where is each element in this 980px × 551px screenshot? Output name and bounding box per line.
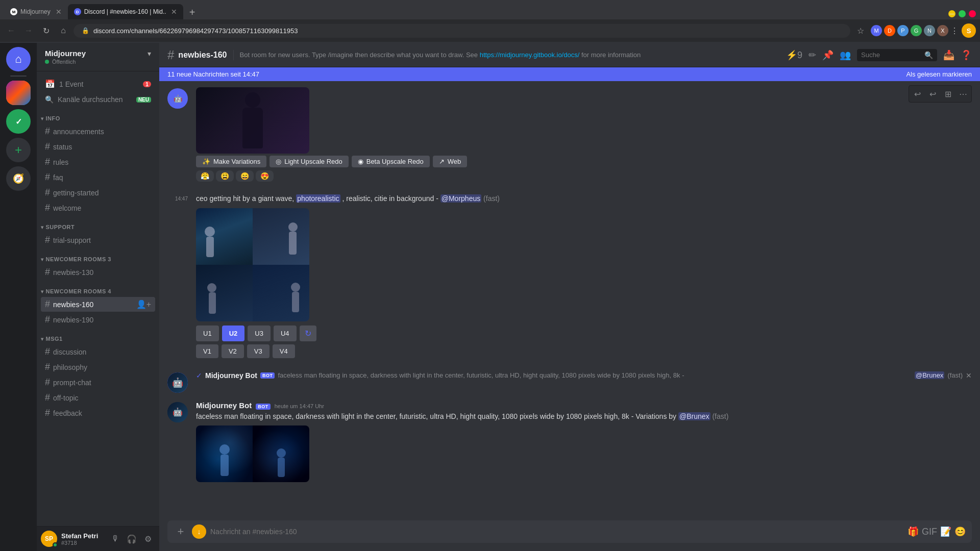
reaction-3[interactable]: 😄 bbox=[236, 170, 254, 182]
u4-button[interactable]: U4 bbox=[274, 325, 297, 341]
reply-action-btn[interactable]: ↩ bbox=[925, 87, 940, 101]
bot-header-line: ✓ Midjourney Bot BOT faceless man floati… bbox=[196, 371, 972, 380]
emoji-icon[interactable]: 😊 bbox=[954, 526, 966, 537]
bookmark-button[interactable]: ☆ bbox=[853, 23, 868, 38]
gift-icon[interactable]: 🎁 bbox=[908, 526, 919, 537]
light-upscale-button[interactable]: ◎ Light Upscale Redo bbox=[270, 156, 348, 167]
topbar-link[interactable]: https://midjourney.gitbook.io/docs/ bbox=[480, 51, 580, 59]
web-button[interactable]: ↗ Web bbox=[433, 156, 468, 167]
scroll-indicator[interactable]: ↓ bbox=[192, 524, 206, 539]
sticker-icon[interactable]: 📝 bbox=[940, 526, 951, 537]
bot-name[interactable]: Midjourney Bot bbox=[196, 401, 252, 410]
category-support[interactable]: ▾ SUPPORT bbox=[37, 216, 159, 232]
search-box[interactable]: 🔍 bbox=[857, 49, 937, 61]
close-tab-2[interactable]: ✕ bbox=[171, 8, 177, 16]
channel-announcements[interactable]: # announcements bbox=[41, 124, 155, 139]
mark-read-button[interactable]: Als gelesen markieren bbox=[906, 70, 972, 78]
help-icon[interactable]: ❓ bbox=[961, 49, 972, 61]
tab-discord[interactable]: D Discord | #newbies-160 | Mid... ✕ bbox=[68, 4, 183, 19]
more-action-btn[interactable]: ⋯ bbox=[956, 87, 970, 101]
forward-button[interactable]: → bbox=[21, 23, 36, 38]
edit-icon[interactable]: ✏ bbox=[808, 49, 816, 61]
events-item[interactable]: 📅 1 Event 1 bbox=[41, 76, 155, 92]
home-button-discord[interactable]: ⌂ bbox=[6, 47, 31, 71]
new-messages-banner[interactable]: 11 neue Nachrichten seit 14:47 Als geles… bbox=[159, 67, 980, 81]
category-chat[interactable]: ▾ msg1 bbox=[37, 328, 159, 344]
mention-brunex-header[interactable]: @Brunex bbox=[915, 371, 944, 379]
new-tab-button[interactable]: + bbox=[185, 5, 200, 19]
minimize-button[interactable]: ─ bbox=[948, 10, 955, 17]
gif-icon[interactable]: GIF bbox=[922, 527, 937, 537]
u1-button[interactable]: U1 bbox=[196, 325, 219, 341]
reload-button[interactable]: ↻ bbox=[39, 23, 53, 38]
u2-button[interactable]: U2 bbox=[222, 325, 245, 341]
category-newcomer3[interactable]: ▾ NEWCOMER ROOMS 3 bbox=[37, 248, 159, 264]
u3-button[interactable]: U3 bbox=[248, 325, 271, 341]
back-button[interactable]: ← bbox=[4, 23, 18, 38]
channels-search[interactable]: 🔍 Kanäle durchsuchen NEU bbox=[41, 92, 155, 107]
mention-brunex-body[interactable]: @Brunex bbox=[678, 412, 710, 420]
server-icon-mj[interactable] bbox=[6, 81, 31, 105]
refresh-button[interactable]: ↻ bbox=[300, 325, 316, 341]
beta-upscale-button[interactable]: ◉ Beta Upscale Redo bbox=[352, 156, 430, 167]
channel-newbies-130[interactable]: # newbies-130 bbox=[41, 265, 155, 280]
extensions-btn[interactable]: ⋮ bbox=[950, 26, 959, 36]
react-action-btn[interactable]: ↩ bbox=[910, 87, 924, 101]
v1-button[interactable]: V1 bbox=[196, 344, 218, 358]
mute-button[interactable]: 🎙 bbox=[108, 532, 122, 546]
maximize-button[interactable] bbox=[959, 10, 966, 17]
v4-button[interactable]: V4 bbox=[273, 344, 295, 358]
channel-faq[interactable]: # faq bbox=[41, 170, 155, 185]
user-avatar[interactable]: SP bbox=[41, 531, 57, 547]
explore-servers-button[interactable]: 🧭 bbox=[6, 166, 31, 191]
profile-avatar[interactable]: S bbox=[962, 23, 976, 38]
reaction-2[interactable]: 😩 bbox=[216, 170, 234, 182]
search-input[interactable] bbox=[861, 51, 922, 59]
delete-icon[interactable]: ✕ bbox=[966, 371, 972, 380]
channel-feedback[interactable]: # feedback bbox=[41, 406, 155, 420]
close-tab-1[interactable]: ✕ bbox=[56, 8, 62, 16]
channel-philosophy[interactable]: # philosophy bbox=[41, 360, 155, 374]
channel-newbies-160[interactable]: # newbies-160 👤+ bbox=[41, 297, 155, 312]
inbox-icon[interactable]: 📥 bbox=[943, 49, 954, 61]
mention-morpheus[interactable]: @Morpheus bbox=[440, 194, 481, 203]
channel-getting-started[interactable]: # getting-started bbox=[41, 185, 155, 200]
server-header[interactable]: Midjourney ▾ Öffentlich bbox=[37, 43, 159, 71]
add-server-button[interactable]: + bbox=[6, 138, 31, 162]
category-newcomer4[interactable]: ▾ NEWCOMER ROOMS 4 bbox=[37, 280, 159, 296]
category-info[interactable]: ▾ INFO bbox=[37, 107, 159, 123]
channel-off-topic[interactable]: # off-topic bbox=[41, 390, 155, 405]
apps-action-btn[interactable]: ⊞ bbox=[941, 87, 955, 101]
tab-midjourney[interactable]: M Midjourney ✕ bbox=[4, 4, 68, 19]
hash-icon: # bbox=[45, 235, 50, 245]
make-variations-button[interactable]: ✨ Make Variations bbox=[196, 156, 266, 167]
wave-image-grid[interactable] bbox=[196, 208, 309, 321]
members-icon[interactable]: 👥 bbox=[840, 49, 851, 61]
server-icon-green[interactable]: ✓ bbox=[6, 109, 31, 134]
home-button[interactable]: ⌂ bbox=[56, 23, 70, 38]
new-messages-text: 11 neue Nachrichten seit 14:47 bbox=[167, 70, 259, 78]
close-button[interactable] bbox=[969, 10, 976, 17]
space-image-grid[interactable] bbox=[196, 425, 309, 482]
boost-icon[interactable]: ⚡9 bbox=[786, 49, 802, 61]
add-user-icon[interactable]: 👤+ bbox=[136, 299, 151, 309]
channel-rules[interactable]: # rules bbox=[41, 155, 155, 169]
category-chevron-icon: ▾ bbox=[41, 116, 44, 121]
v3-button[interactable]: V3 bbox=[247, 344, 270, 358]
reaction-4[interactable]: 😍 bbox=[256, 170, 274, 182]
channel-trial-support[interactable]: # trial-support bbox=[41, 233, 155, 247]
address-bar[interactable]: 🔒 discord.com/channels/66226979698429747… bbox=[74, 24, 850, 38]
channel-prompt-chat[interactable]: # prompt-chat bbox=[41, 375, 155, 390]
channel-status[interactable]: # status bbox=[41, 139, 155, 154]
channel-welcome[interactable]: # welcome bbox=[41, 201, 155, 215]
bot-author-name[interactable]: Midjourney Bot bbox=[205, 371, 257, 380]
add-attachment-button[interactable]: + bbox=[174, 524, 188, 539]
settings-button[interactable]: ⚙ bbox=[141, 532, 155, 546]
message-input[interactable] bbox=[210, 528, 903, 536]
reaction-1[interactable]: 😤 bbox=[196, 170, 214, 182]
channel-newbies-190[interactable]: # newbies-190 bbox=[41, 312, 155, 327]
deafen-button[interactable]: 🎧 bbox=[125, 532, 139, 546]
v2-button[interactable]: V2 bbox=[222, 344, 244, 358]
channel-discussion[interactable]: # discussion bbox=[41, 344, 155, 359]
pin-icon[interactable]: 📌 bbox=[822, 49, 834, 61]
